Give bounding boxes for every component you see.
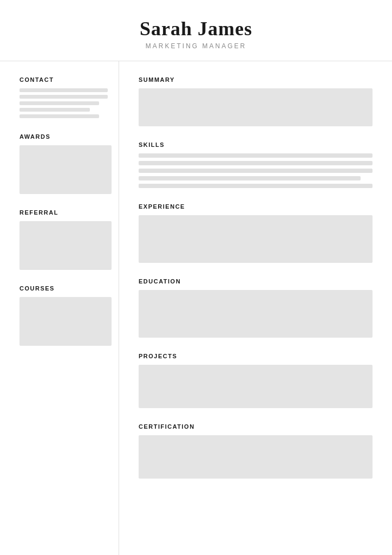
contact-line-2 [19, 95, 108, 99]
referral-box [19, 221, 112, 270]
courses-section: COURSES [19, 285, 108, 346]
header: Sarah James MARKETING MANAGER [0, 0, 392, 61]
contact-lines [19, 88, 108, 118]
resume-page: Sarah James MARKETING MANAGER CONTACT AW… [0, 0, 392, 555]
skill-line-1 [139, 153, 373, 158]
contact-line-3 [19, 101, 99, 105]
projects-section: PROJECTS [139, 353, 373, 408]
contact-line-4 [19, 108, 90, 112]
projects-box [139, 365, 373, 408]
experience-section: EXPERIENCE [139, 203, 373, 263]
contact-line-1 [19, 88, 108, 92]
skills-section: SKILLS [139, 141, 373, 188]
left-column: CONTACT AWARDS REFERRAL [0, 61, 119, 555]
skill-line-2 [139, 161, 373, 165]
certification-box [139, 435, 373, 479]
awards-box [19, 145, 112, 194]
skill-line-5 [139, 184, 373, 188]
certification-section: CERTIFICATION [139, 423, 373, 479]
experience-label: EXPERIENCE [139, 203, 373, 210]
contact-section: CONTACT [19, 76, 108, 118]
skill-line-4 [139, 176, 361, 180]
contact-line-5 [19, 114, 99, 118]
awards-section: AWARDS [19, 133, 108, 194]
certification-label: CERTIFICATION [139, 423, 373, 430]
skills-label: SKILLS [139, 141, 373, 148]
skills-lines [139, 153, 373, 188]
awards-label: AWARDS [19, 133, 108, 140]
experience-box [139, 215, 373, 263]
summary-box [139, 88, 373, 126]
skill-line-3 [139, 169, 373, 173]
courses-label: COURSES [19, 285, 108, 292]
referral-section: REFERRAL [19, 209, 108, 270]
education-label: EDUCATION [139, 278, 373, 285]
summary-section: SUMMARY [139, 76, 373, 126]
main-content: CONTACT AWARDS REFERRAL [0, 61, 392, 555]
courses-box [19, 297, 112, 346]
candidate-name: Sarah James [11, 17, 381, 40]
right-column: SUMMARY SKILLS EXPERIENCE [119, 61, 392, 555]
education-box [139, 290, 373, 338]
summary-label: SUMMARY [139, 76, 373, 83]
projects-label: PROJECTS [139, 353, 373, 359]
candidate-title: MARKETING MANAGER [11, 42, 381, 50]
referral-label: REFERRAL [19, 209, 108, 216]
education-section: EDUCATION [139, 278, 373, 338]
contact-label: CONTACT [19, 76, 108, 83]
